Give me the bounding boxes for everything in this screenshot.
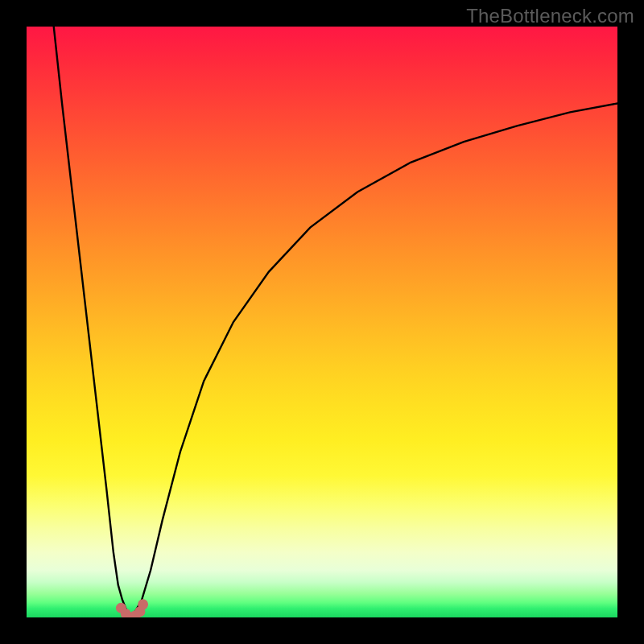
minimum-markers <box>116 599 148 617</box>
minimum-marker-dot <box>138 599 148 609</box>
plot-area <box>27 27 617 617</box>
curve-path <box>54 27 617 617</box>
bottleneck-curve <box>27 27 617 617</box>
watermark-text: TheBottleneck.com <box>466 5 634 27</box>
chart-frame: TheBottleneck.com <box>0 0 644 644</box>
